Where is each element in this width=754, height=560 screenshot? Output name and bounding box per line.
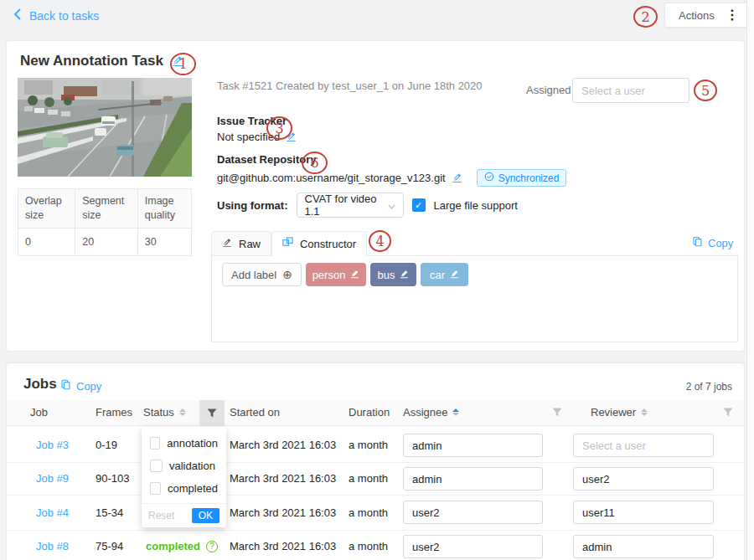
edit-label-icon[interactable] (400, 269, 409, 281)
check-circle-icon (484, 172, 494, 184)
col-status[interactable]: Status (143, 406, 186, 419)
task-details-card: New Annotation Task (6, 40, 745, 352)
reviewer-sorter[interactable] (641, 408, 648, 416)
tab-constructor[interactable]: Constructor (271, 231, 367, 256)
large-file-label: Large file support (434, 199, 518, 212)
param-header-quality: Image quality (137, 189, 191, 229)
job-frames: 0-19 (96, 439, 117, 451)
checkbox-unchecked[interactable] (150, 437, 160, 450)
job-started: March 3rd 2021 16:03 (230, 472, 336, 485)
annotation-circle-5: 5 (694, 80, 717, 101)
copy-labels-button[interactable]: Copy (692, 236, 733, 249)
copy-icon (692, 236, 703, 249)
param-value-segment: 20 (75, 228, 138, 255)
job-duration: a month (349, 472, 388, 485)
reviewer-input[interactable] (573, 467, 714, 491)
task-preview-image (18, 78, 192, 177)
label-chip-text: bus (378, 269, 395, 281)
job-frames: 15-34 (96, 506, 123, 519)
assignee-filter-icon[interactable] (552, 408, 562, 420)
pencil-icon (222, 238, 232, 250)
edit-label-icon[interactable] (450, 269, 459, 281)
checkbox-unchecked[interactable] (150, 482, 161, 495)
question-circle-icon[interactable]: ? (206, 541, 218, 552)
col-reviewer[interactable]: Reviewer (591, 406, 648, 419)
label-chip-bus[interactable]: bus (370, 263, 416, 286)
copy-labels-label: Copy (708, 237, 733, 249)
job-link[interactable]: Job #4 (36, 506, 69, 519)
assignee-input[interactable] (403, 434, 543, 457)
sync-badge-label: Synchronized (498, 172, 560, 184)
jobs-table-header: Job Frames Status Started on Duration As… (7, 400, 744, 426)
edit-label-icon[interactable] (350, 269, 359, 281)
reviewer-filter-icon[interactable] (723, 408, 733, 420)
param-header-segment: Segment size (75, 189, 138, 229)
job-duration: a month (349, 439, 388, 451)
back-to-tasks-link[interactable]: Back to tasks (13, 8, 99, 23)
checkbox-unchecked[interactable] (150, 460, 163, 472)
jobs-count: 2 of 7 jobs (686, 381, 732, 393)
assignee-input[interactable] (403, 467, 543, 491)
actions-button[interactable]: Actions ⋮ (664, 3, 748, 28)
export-format-row: Using format: CVAT for video 1.1 ✓ Large… (217, 193, 518, 218)
filter-footer: Reset OK (142, 503, 226, 527)
job-row: Job #8 75-94 completed ? March 3rd 2021 … (7, 530, 744, 560)
col-started-on[interactable]: Started on (230, 406, 280, 419)
sync-status-badge: Synchronized (477, 169, 567, 187)
filter-ok-button[interactable]: OK (192, 508, 219, 523)
label-chip-car[interactable]: car (421, 263, 468, 286)
filter-option-annotation[interactable]: annotation (142, 432, 226, 455)
add-label-button[interactable]: Add label ⊕ (222, 263, 302, 286)
dataset-repo-value: git@github.com:username/git_storage_v123… (217, 169, 566, 187)
back-to-tasks-label: Back to tasks (29, 9, 99, 23)
label-chip-text: car (430, 269, 445, 281)
assignee-sorter[interactable] (452, 408, 459, 416)
scrollbar[interactable] (746, 0, 754, 560)
col-job[interactable]: Job (30, 406, 48, 419)
tab-constructor-label: Constructor (300, 238, 356, 250)
task-meta: Task #1521 Created by test_user_1 on Jun… (217, 80, 483, 92)
job-link[interactable]: Job #8 (36, 540, 69, 552)
job-frames: 75-94 (96, 540, 123, 552)
dataset-repo-url: git@github.com:username/git_storage_v123… (217, 172, 446, 184)
tab-raw[interactable]: Raw (211, 231, 271, 256)
col-assignee[interactable]: Assignee (403, 406, 459, 419)
col-frames[interactable]: Frames (96, 406, 132, 419)
task-title: New Annotation Task (20, 53, 183, 69)
actions-label: Actions (679, 9, 715, 22)
assignee-input[interactable] (403, 535, 543, 558)
edit-repo-icon[interactable] (452, 172, 462, 183)
format-select[interactable]: CVAT for video 1.1 (297, 193, 404, 218)
label-chip-person[interactable]: person (306, 263, 366, 286)
block-icon (282, 237, 293, 250)
status-completed-text: completed (146, 540, 200, 552)
status-filter-icon[interactable] (199, 400, 225, 426)
filter-reset-button[interactable]: Reset (148, 510, 174, 521)
annotation-circle-6: 6 (302, 152, 328, 174)
job-row: Job #4 15-34 March 3rd 2021 16:03 a mont… (7, 495, 744, 530)
job-row: Job #9 90-103 March 3rd 2021 16:03 a mon… (7, 462, 744, 495)
job-status: completed ? (146, 540, 218, 552)
job-row: Job #3 0-19 March 3rd 2021 16:03 a month (7, 429, 744, 462)
reviewer-input[interactable] (573, 535, 714, 558)
assignee-input[interactable] (403, 501, 543, 524)
filter-option-completed[interactable]: completed (142, 477, 226, 500)
status-sorter[interactable] (179, 408, 186, 416)
copy-jobs-button[interactable]: Copy (60, 379, 101, 393)
job-link[interactable]: Job #9 (36, 472, 69, 485)
copy-icon (60, 379, 71, 393)
col-duration[interactable]: Duration (349, 406, 390, 419)
reviewer-input[interactable] (573, 434, 714, 457)
annotation-circle-1: 1 (170, 53, 196, 75)
status-filter-dropdown: annotation validation completed Reset OK (142, 427, 226, 527)
job-duration: a month (349, 540, 388, 552)
tab-raw-label: Raw (239, 238, 261, 250)
reviewer-input[interactable] (573, 501, 714, 524)
kebab-menu-icon: ⋮ (726, 8, 739, 22)
large-file-checkbox[interactable]: ✓ (412, 198, 426, 212)
task-title-text: New Annotation Task (20, 53, 163, 69)
filter-option-validation[interactable]: validation (142, 455, 226, 477)
job-link[interactable]: Job #3 (36, 439, 69, 451)
job-frames: 90-103 (96, 472, 129, 485)
assigned-to-input[interactable] (572, 78, 689, 103)
